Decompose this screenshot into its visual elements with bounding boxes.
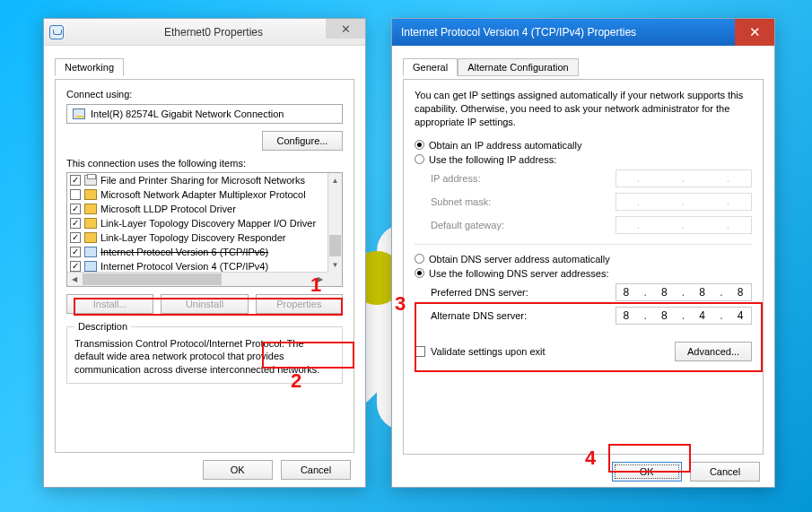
scroll-left-icon[interactable]: ◀ (67, 273, 82, 286)
validate-label: Validate settings upon exit (431, 346, 546, 357)
nic-icon (84, 232, 97, 243)
ip-octet[interactable]: 8 (661, 309, 668, 322)
horizontal-scrollbar[interactable]: ◀ ▶ (67, 272, 327, 286)
ipv4-properties-window: Internet Protocol Version 4 (TCP/IPv4) P… (391, 18, 775, 488)
item-label: Link-Layer Topology Discovery Mapper I/O… (100, 218, 316, 229)
item-checkbox[interactable] (70, 232, 81, 243)
tab-general[interactable]: General (403, 58, 458, 76)
scroll-right-icon[interactable]: ▶ (313, 273, 327, 286)
uninstall-button[interactable]: Uninstall (161, 294, 248, 314)
preferred-dns-input[interactable]: 8.8.8.8 (616, 283, 752, 301)
ip-address-label: IP address: (415, 173, 616, 184)
ok-button[interactable]: OK (203, 460, 273, 480)
ethernet-properties-window: Ethernet0 Properties ✕ Networking Connec… (43, 18, 366, 488)
description-legend: Description (74, 321, 131, 332)
default-gateway-input: ... (616, 216, 752, 234)
dot-separator: . (643, 309, 647, 322)
adapter-display: Intel(R) 82574L Gigabit Network Connecti… (66, 104, 343, 124)
scroll-up-icon[interactable]: ▲ (328, 173, 342, 187)
default-gateway-label: Default gateway: (415, 220, 616, 230)
radio-label: Obtain an IP address automatically (429, 140, 581, 151)
titlebar[interactable]: Ethernet0 Properties ✕ (44, 19, 365, 46)
list-item[interactable]: File and Printer Sharing for Microsoft N… (67, 173, 327, 187)
ip-octet[interactable]: 4 (738, 309, 745, 322)
dot-separator: . (720, 309, 723, 322)
alternate-dns-input[interactable]: 8.8.4.4 (616, 307, 752, 325)
advanced-button[interactable]: Advanced... (675, 342, 752, 361)
ip-octet[interactable]: 8 (624, 309, 631, 322)
item-checkbox[interactable] (70, 189, 81, 200)
item-label: Microsoft LLDP Protocol Driver (100, 204, 236, 214)
radio-ip-auto[interactable]: Obtain an IP address automatically (415, 138, 752, 152)
item-label: Internet Protocol Version 4 (TCP/IPv4) (100, 261, 268, 272)
radio-label: Use the following IP address: (429, 154, 556, 165)
radio-icon (415, 254, 424, 264)
item-label: Link-Layer Topology Discovery Responder (100, 232, 285, 243)
radio-ip-manual[interactable]: Use the following IP address: (415, 152, 752, 167)
ip-octet[interactable]: 8 (738, 286, 745, 299)
configure-button[interactable]: Configure... (262, 131, 343, 151)
preferred-dns-label: Preferred DNS server: (415, 287, 616, 298)
vertical-scrollbar[interactable]: ▲ ▼ (327, 173, 342, 272)
close-button[interactable]: ✕ (735, 19, 774, 46)
ip-octet[interactable]: 4 (699, 309, 706, 322)
radio-dns-manual[interactable]: Use the following DNS server addresses: (415, 266, 752, 281)
item-checkbox[interactable] (70, 261, 81, 272)
list-item[interactable]: Link-Layer Topology Discovery Mapper I/O… (67, 216, 327, 230)
radio-icon (415, 154, 424, 164)
intro-text: You can get IP settings assigned automat… (415, 89, 752, 129)
window-title: Ethernet0 Properties (67, 26, 360, 39)
window-title: Internet Protocol Version 4 (TCP/IPv4) P… (401, 26, 769, 39)
item-checkbox[interactable] (70, 175, 81, 186)
ip-octet[interactable]: 8 (699, 286, 706, 299)
tab-alternate-configuration[interactable]: Alternate Configuration (458, 58, 579, 76)
ok-button[interactable]: OK (612, 462, 682, 482)
nic-properties-icon (49, 25, 64, 39)
printer-icon (84, 175, 97, 186)
scroll-down-icon[interactable]: ▼ (328, 257, 342, 272)
dot-separator: . (643, 286, 647, 299)
list-item[interactable]: Microsoft Network Adapter Multiplexor Pr… (67, 187, 327, 202)
validate-checkbox[interactable] (415, 346, 425, 357)
item-checkbox[interactable] (70, 204, 81, 214)
dot-separator: . (682, 286, 685, 299)
stack-icon (84, 247, 97, 257)
adapter-name: Intel(R) 82574L Gigabit Network Connecti… (91, 108, 284, 119)
stack-icon (84, 261, 97, 272)
radio-dns-auto[interactable]: Obtain DNS server address automatically (415, 252, 752, 266)
list-item[interactable]: Link-Layer Topology Discovery Responder (67, 230, 327, 245)
close-icon: ✕ (341, 22, 351, 36)
cancel-button[interactable]: Cancel (690, 462, 760, 482)
tab-networking[interactable]: Networking (55, 58, 124, 76)
radio-label: Obtain DNS server address automatically (429, 254, 610, 265)
item-label: Microsoft Network Adapter Multiplexor Pr… (100, 189, 306, 200)
hscroll-thumb[interactable] (83, 273, 222, 285)
radio-icon (415, 140, 424, 150)
items-label: This connection uses the following items… (66, 158, 343, 169)
properties-button[interactable]: Properties (256, 294, 343, 314)
description-group: Description Transmission Control Protoco… (66, 321, 343, 384)
item-checkbox[interactable] (70, 247, 81, 257)
scroll-corner (327, 272, 342, 286)
dot-separator: . (720, 286, 723, 299)
alternate-dns-label: Alternate DNS server: (415, 310, 616, 321)
list-item[interactable]: Microsoft LLDP Protocol Driver (67, 202, 327, 216)
cancel-button[interactable]: Cancel (281, 460, 351, 480)
install-button[interactable]: Install... (66, 294, 153, 314)
ip-octet[interactable]: 8 (661, 286, 668, 299)
subnet-mask-input: ... (616, 193, 752, 211)
radio-label: Use the following DNS server addresses: (429, 268, 609, 279)
connection-items-list[interactable]: File and Printer Sharing for Microsoft N… (66, 172, 343, 287)
tab-strip: Networking (55, 58, 354, 80)
titlebar[interactable]: Internet Protocol Version 4 (TCP/IPv4) P… (392, 19, 774, 46)
tab-strip: GeneralAlternate Configuration (403, 58, 764, 80)
item-checkbox[interactable] (70, 218, 81, 229)
item-label: File and Printer Sharing for Microsoft N… (100, 175, 305, 186)
scroll-thumb[interactable] (329, 235, 341, 256)
nic-icon (84, 189, 97, 200)
list-item[interactable]: Internet Protocol Version 6 (TCP/IPv6) (67, 245, 327, 259)
subnet-mask-label: Subnet mask: (415, 196, 616, 207)
nic-icon (84, 218, 97, 229)
ip-octet[interactable]: 8 (624, 286, 631, 299)
close-button[interactable]: ✕ (326, 19, 365, 39)
